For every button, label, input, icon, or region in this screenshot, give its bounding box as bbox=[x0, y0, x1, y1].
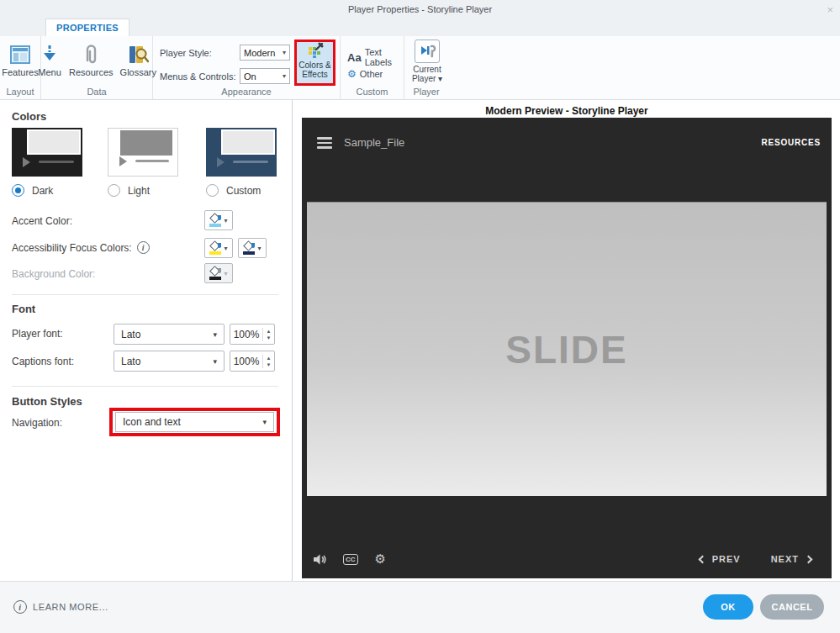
player-font-label: Player font: bbox=[12, 328, 63, 340]
spin-up-icon[interactable]: ▲ bbox=[267, 328, 272, 335]
group-label-data: Data bbox=[41, 87, 152, 97]
ribbon-tab-row: PROPERTIES bbox=[0, 18, 840, 36]
slide-area: SLIDE bbox=[307, 202, 827, 496]
player-font-row: Player font: bbox=[12, 328, 63, 340]
prev-label: PREV bbox=[712, 554, 741, 564]
ribbon-group-custom: Aa Text Labels ⚙ Other Custom bbox=[341, 36, 404, 99]
slide-placeholder-label: SLIDE bbox=[505, 327, 627, 372]
section-divider bbox=[12, 294, 278, 295]
cancel-button[interactable]: CANCEL bbox=[760, 594, 824, 620]
background-color-row: Background Color: bbox=[12, 268, 95, 280]
tab-properties[interactable]: PROPERTIES bbox=[45, 18, 129, 36]
button-styles-heading: Button Styles bbox=[12, 395, 82, 408]
dark-radio-label: Dark bbox=[32, 185, 53, 197]
info-icon: i bbox=[13, 600, 27, 614]
settings-gear-icon[interactable]: ⚙ bbox=[375, 551, 386, 567]
player-file-title: Sample_File bbox=[344, 136, 404, 149]
text-labels-icon: Aa bbox=[347, 51, 362, 64]
navigation-label: Navigation: bbox=[12, 417, 62, 429]
group-label-player: Player bbox=[404, 87, 448, 97]
theme-option-dark[interactable]: Dark bbox=[12, 128, 86, 197]
focus-color-1-dropdown[interactable]: ▾ bbox=[204, 238, 233, 258]
captions-font-dropdown[interactable]: Lato▾ bbox=[114, 351, 225, 372]
focus-color-2-dropdown[interactable]: ▾ bbox=[238, 238, 267, 258]
features-label: Features bbox=[2, 67, 38, 77]
player-style-label: Player Style: bbox=[160, 48, 240, 58]
menu-icon bbox=[37, 42, 62, 67]
resources-button[interactable]: Resources bbox=[69, 42, 114, 77]
player-font-value: Lato bbox=[121, 329, 140, 340]
player-preview: Sample_File RESOURCES SLIDE CC ⚙ PREV bbox=[302, 118, 832, 578]
other-label: Other bbox=[360, 69, 383, 79]
theme-option-light[interactable]: Light bbox=[108, 128, 182, 197]
group-label-appearance: Appearance bbox=[153, 87, 340, 97]
chevron-down-icon: ▾ bbox=[262, 418, 267, 426]
dialog-footer: i LEARN MORE... OK CANCEL bbox=[0, 581, 840, 633]
section-divider bbox=[12, 386, 278, 387]
features-button[interactable]: Features bbox=[2, 42, 38, 77]
custom-theme-thumbnail bbox=[206, 128, 277, 177]
captions-font-value: Lato bbox=[121, 356, 140, 367]
menus-controls-value: On bbox=[244, 71, 256, 82]
colors-effects-button[interactable]: Colors & Effects bbox=[294, 40, 335, 86]
current-player-button[interactable]: Current Player ▾ bbox=[409, 40, 445, 83]
text-labels-button[interactable]: Aa Text Labels bbox=[347, 47, 404, 67]
navigation-dropdown[interactable]: Icon and text▾ bbox=[115, 412, 274, 432]
menu-button[interactable]: Menu bbox=[37, 42, 62, 77]
accessibility-colors-row: Accessibility Focus Colors: i bbox=[12, 241, 150, 254]
resources-tab[interactable]: RESOURCES bbox=[761, 138, 821, 147]
spin-down-icon[interactable]: ▼ bbox=[267, 335, 272, 341]
colors-heading: Colors bbox=[12, 110, 46, 123]
other-button[interactable]: ⚙ Other bbox=[347, 68, 383, 80]
captions-font-scale-stepper[interactable]: 100% ▲▼ bbox=[230, 351, 275, 372]
ok-button[interactable]: OK bbox=[703, 594, 753, 620]
light-radio[interactable] bbox=[108, 184, 120, 197]
next-label: NEXT bbox=[771, 554, 799, 564]
closed-captions-icon[interactable]: CC bbox=[343, 554, 358, 565]
colors-effects-label-line1: Colors & bbox=[298, 61, 330, 70]
info-icon[interactable]: i bbox=[137, 241, 150, 254]
player-style-dropdown[interactable]: Modern▾ bbox=[240, 45, 290, 61]
player-font-dropdown[interactable]: Lato▾ bbox=[114, 324, 225, 345]
player-style-value: Modern bbox=[244, 48, 275, 58]
accent-color-dropdown[interactable]: ▾ bbox=[204, 210, 233, 230]
gear-icon: ⚙ bbox=[347, 68, 357, 80]
chevron-down-icon: ▾ bbox=[213, 357, 217, 366]
current-player-label-line1: Current bbox=[413, 65, 441, 74]
glossary-button[interactable]: Glossary bbox=[120, 42, 156, 77]
dark-radio[interactable] bbox=[12, 184, 24, 197]
learn-more-link[interactable]: i LEARN MORE... bbox=[13, 600, 108, 614]
next-button[interactable]: NEXT bbox=[771, 554, 811, 564]
custom-radio[interactable] bbox=[206, 184, 219, 197]
prev-button[interactable]: PREV bbox=[700, 554, 741, 564]
text-labels-label: Text Labels bbox=[365, 47, 404, 67]
player-font-scale-value: 100% bbox=[230, 329, 262, 340]
chevron-down-icon: ▾ bbox=[283, 49, 286, 56]
menu-hamburger-icon[interactable] bbox=[317, 137, 332, 149]
play-icon bbox=[119, 156, 127, 166]
ribbon-group-appearance: Player Style: Modern▾ Menus & Controls: … bbox=[153, 36, 341, 99]
features-icon bbox=[8, 42, 33, 67]
menus-controls-label: Menus & Controls: bbox=[160, 71, 240, 82]
spin-up-icon[interactable]: ▲ bbox=[267, 355, 272, 361]
volume-icon[interactable] bbox=[313, 553, 326, 566]
ribbon-group-player: Current Player ▾ Player bbox=[404, 36, 448, 99]
menu-label: Menu bbox=[38, 67, 61, 77]
learn-more-label: LEARN MORE... bbox=[33, 602, 108, 612]
colors-effects-label-line2: Effects bbox=[302, 70, 327, 79]
spin-down-icon[interactable]: ▼ bbox=[267, 361, 272, 368]
menus-controls-dropdown[interactable]: On▾ bbox=[240, 68, 290, 84]
glossary-label: Glossary bbox=[120, 67, 156, 77]
settings-panel: Colors Dark Light C bbox=[0, 100, 293, 581]
close-icon[interactable]: × bbox=[827, 3, 833, 16]
current-player-label-line2: Player ▾ bbox=[412, 74, 442, 83]
play-icon bbox=[23, 157, 30, 167]
dark-theme-thumbnail bbox=[12, 128, 82, 177]
dialog-title: Player Properties - Storyline Player bbox=[0, 4, 840, 14]
player-bottom-bar: CC ⚙ PREV NEXT bbox=[302, 540, 832, 578]
colors-effects-icon bbox=[307, 42, 324, 61]
current-player-icon bbox=[415, 40, 440, 63]
player-font-scale-stepper[interactable]: 100% ▲▼ bbox=[230, 324, 275, 345]
accent-color-row: Accent Color: bbox=[12, 215, 72, 227]
theme-option-custom[interactable]: Custom bbox=[206, 128, 280, 197]
